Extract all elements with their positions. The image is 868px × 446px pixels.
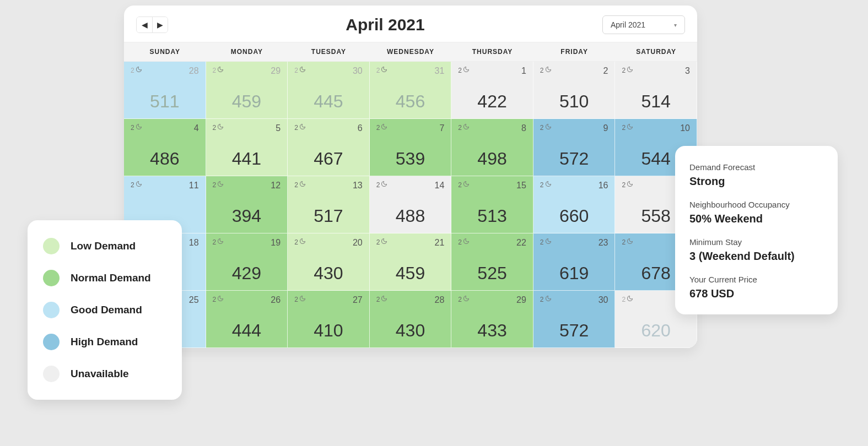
legend-item-normal: Normal Demand (43, 270, 166, 286)
day-cell[interactable]: 228430 (370, 291, 452, 348)
day-cell[interactable]: 219429 (206, 233, 288, 291)
min-nights-badge: 2 (131, 66, 142, 74)
day-cell[interactable]: 214488 (370, 176, 452, 233)
day-cell[interactable]: 215513 (451, 176, 533, 233)
day-cell[interactable]: 223619 (533, 233, 616, 291)
day-number: 7 (439, 123, 444, 133)
moon-icon (545, 66, 552, 74)
day-cell[interactable]: 230445 (288, 62, 370, 119)
day-price: 445 (314, 91, 343, 112)
day-cell[interactable]: 221459 (370, 233, 452, 291)
nights-count: 2 (540, 296, 544, 303)
prev-month-button[interactable]: ◀ (137, 17, 152, 32)
day-cell[interactable]: 231456 (370, 62, 452, 119)
day-number: 27 (353, 295, 363, 305)
day-cell[interactable]: 229433 (451, 291, 533, 348)
nights-count: 2 (622, 296, 626, 303)
min-nights-badge: 2 (540, 66, 552, 74)
day-cell[interactable]: 216660 (533, 176, 616, 233)
day-cell[interactable]: 229459 (206, 62, 288, 119)
day-cell[interactable]: 23514 (615, 62, 697, 119)
nights-count: 2 (540, 67, 544, 74)
calendar-card: ◀ ▶ April 2021 April 2021 ▾ SUNDAY MONDA… (124, 6, 697, 348)
day-cell[interactable]: 29572 (533, 119, 616, 176)
day-cell[interactable]: 25441 (206, 119, 288, 176)
day-price: 558 (641, 206, 671, 226)
legend-label: High Demand (71, 336, 138, 348)
moon-icon (381, 66, 387, 74)
next-month-button[interactable]: ▶ (152, 17, 168, 32)
moon-icon (463, 295, 470, 303)
nights-count: 2 (294, 124, 298, 132)
min-nights-badge: 2 (213, 238, 224, 246)
min-nights-badge: 2 (540, 295, 552, 303)
min-nights-badge: 2 (376, 181, 388, 189)
nights-count: 2 (376, 181, 380, 189)
nights-count: 2 (131, 124, 134, 132)
moon-icon (381, 181, 387, 189)
min-nights-badge: 2 (294, 295, 306, 303)
forecast-block: Demand Forecast Strong (689, 162, 823, 188)
day-cell[interactable]: 228511 (124, 62, 206, 119)
day-number: 12 (271, 181, 281, 191)
day-number: 16 (599, 181, 608, 191)
day-price: 619 (559, 263, 589, 284)
day-price: 394 (232, 206, 261, 226)
day-cell[interactable]: 21422 (451, 62, 533, 119)
moon-icon (136, 181, 142, 189)
day-price: 572 (559, 320, 589, 341)
day-number: 25 (189, 295, 199, 305)
min-nights-badge: 2 (294, 238, 306, 246)
legend-label: Unavailable (71, 368, 129, 380)
day-cell[interactable]: 220430 (288, 233, 370, 291)
day-cell[interactable]: 230572 (533, 291, 616, 348)
minstay-value: 3 (Weekend Default) (689, 250, 823, 263)
day-cell[interactable]: 27539 (370, 119, 452, 176)
day-number: 29 (271, 66, 281, 76)
nights-count: 2 (294, 296, 298, 303)
nights-count: 2 (540, 124, 544, 132)
nights-count: 2 (622, 124, 626, 132)
calendar-header: ◀ ▶ April 2021 April 2021 ▾ (124, 6, 697, 42)
weekday-header: WEDNESDAY (370, 42, 452, 61)
day-number: 1 (521, 66, 526, 76)
day-number: 8 (521, 123, 526, 133)
day-cell[interactable]: 212394 (206, 176, 288, 233)
day-cell[interactable]: 227410 (288, 291, 370, 348)
day-number: 2 (603, 66, 608, 76)
moon-icon (217, 181, 224, 189)
day-cell[interactable]: 222525 (451, 233, 533, 291)
min-nights-badge: 2 (131, 123, 142, 132)
occupancy-value: 50% Weekend (689, 213, 823, 225)
min-nights-badge: 2 (458, 238, 470, 246)
day-cell[interactable]: 24486 (124, 119, 206, 176)
day-price: 456 (396, 91, 425, 112)
day-cell[interactable]: 28498 (451, 119, 533, 176)
day-cell[interactable]: 26467 (288, 119, 370, 176)
day-price: 510 (559, 91, 589, 112)
min-nights-badge: 2 (622, 123, 633, 132)
legend-label: Good Demand (71, 304, 142, 316)
forecast-card: Demand Forecast Strong Neighbourhood Occ… (675, 146, 838, 314)
day-cell[interactable]: 226444 (206, 291, 288, 348)
min-nights-badge: 2 (458, 181, 470, 189)
occupancy-block: Neighbourhood Occupancy 50% Weekend (689, 200, 823, 225)
moon-icon (217, 238, 224, 246)
moon-icon (545, 295, 552, 303)
nights-count: 2 (622, 181, 626, 189)
day-number: 26 (271, 295, 281, 305)
day-price: 517 (314, 206, 343, 226)
day-number: 10 (680, 123, 690, 133)
nights-count: 2 (294, 67, 298, 74)
moon-icon (299, 238, 306, 246)
day-number: 22 (516, 238, 526, 248)
moon-icon (627, 181, 633, 189)
day-cell[interactable]: 213517 (288, 176, 370, 233)
day-cell[interactable]: 22510 (533, 62, 616, 119)
min-nights-badge: 2 (376, 123, 388, 132)
moon-icon (463, 181, 470, 189)
moon-icon (545, 238, 552, 246)
legend-item-good: Good Demand (43, 302, 166, 318)
nights-count: 2 (213, 238, 217, 246)
month-select[interactable]: April 2021 ▾ (602, 15, 685, 34)
